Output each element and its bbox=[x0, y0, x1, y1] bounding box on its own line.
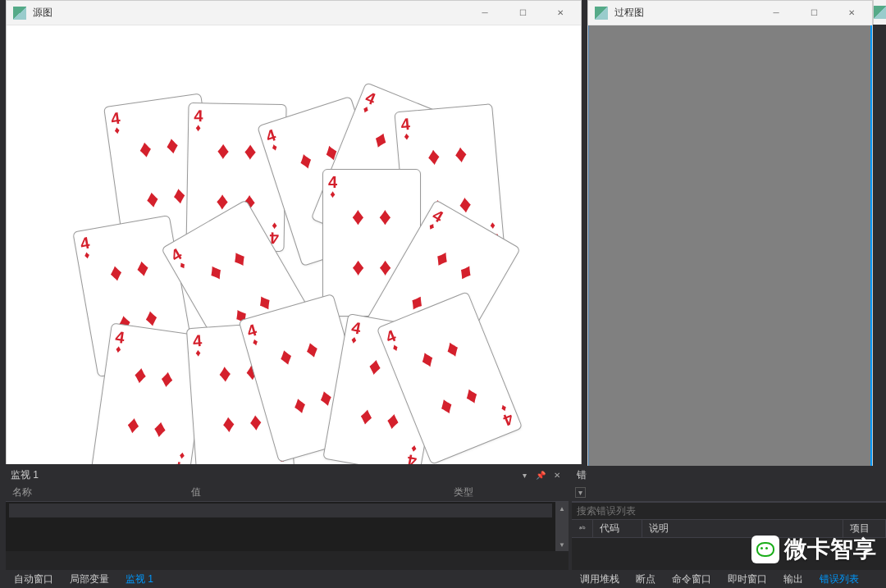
close-button[interactable]: ✕ bbox=[541, 2, 579, 25]
app-icon bbox=[595, 7, 608, 20]
third-window-sliver bbox=[873, 0, 886, 25]
error-grid-header: ᵃᵇ 代码 说明 项目 bbox=[572, 520, 886, 538]
pin-icon[interactable]: 📌 bbox=[534, 471, 547, 480]
window-title: 过程图 bbox=[614, 6, 757, 20]
app-icon bbox=[13, 7, 26, 20]
error-panel-header[interactable]: 错 bbox=[572, 466, 886, 484]
error-col-project[interactable]: 项目 bbox=[843, 520, 886, 537]
titlebar-source[interactable]: 源图 ─ ☐ ✕ bbox=[7, 1, 581, 25]
scroll-up-icon[interactable]: ▲ bbox=[555, 502, 569, 515]
error-search-input[interactable] bbox=[572, 505, 886, 517]
tab-commandwindow[interactable]: 命令窗口 bbox=[664, 570, 719, 588]
source-canvas: 4♦4♦♦♦♦♦4♦4♦♦♦♦♦4♦4♦♦♦♦♦4♦4♦♦♦♦♦4♦4♦♦♦♦♦… bbox=[7, 25, 581, 464]
error-col-desc[interactable]: 说明 bbox=[642, 520, 843, 537]
col-name[interactable]: 名称 bbox=[6, 485, 185, 499]
watch-panel-title: 监视 1 bbox=[11, 468, 39, 482]
dropdown-icon[interactable]: ▾ bbox=[518, 471, 531, 480]
error-filter-row: ▾ bbox=[572, 484, 886, 502]
watch-panel: 监视 1 ▾ 📌 ✕ 名称 值 类型 ▲ ▼ bbox=[6, 466, 569, 570]
tab-callstack[interactable]: 调用堆栈 bbox=[572, 570, 628, 588]
tab-immediate[interactable]: 即时窗口 bbox=[719, 570, 775, 588]
close-button[interactable]: ✕ bbox=[833, 2, 870, 25]
tab-autowindow[interactable]: 自动窗口 bbox=[6, 570, 62, 588]
process-canvas bbox=[588, 25, 872, 505]
col-type[interactable]: 类型 bbox=[447, 485, 569, 499]
tab-locals[interactable]: 局部变量 bbox=[62, 570, 117, 588]
process-image-window: 过程图 ─ ☐ ✕ bbox=[587, 0, 873, 505]
error-panel: 错 ▾ ᵃᵇ 代码 说明 项目 bbox=[572, 466, 886, 570]
tab-output[interactable]: 输出 bbox=[775, 570, 811, 588]
tab-watch1[interactable]: 监视 1 bbox=[117, 570, 162, 588]
maximize-button[interactable]: ☐ bbox=[504, 2, 541, 25]
minimize-button[interactable]: ─ bbox=[757, 2, 795, 25]
tab-errorlist[interactable]: 错误列表 bbox=[811, 570, 867, 588]
scroll-down-icon[interactable]: ▼ bbox=[555, 538, 569, 551]
error-col-icon[interactable]: ᵃᵇ bbox=[572, 520, 593, 537]
left-tab-strip: 自动窗口 局部变量 监视 1 bbox=[6, 570, 569, 588]
app-icon bbox=[874, 6, 886, 19]
scrollbar[interactable]: ▲ ▼ bbox=[555, 502, 569, 551]
error-search-row bbox=[572, 502, 886, 520]
watch-grid-body[interactable]: ▲ ▼ bbox=[6, 502, 569, 551]
error-panel-title: 错 bbox=[577, 468, 587, 482]
right-tab-strip: 调用堆栈 断点 命令窗口 即时窗口 输出 错误列表 bbox=[572, 570, 886, 588]
watch-input-row[interactable] bbox=[9, 504, 552, 517]
maximize-button[interactable]: ☐ bbox=[795, 2, 833, 25]
close-panel-icon[interactable]: ✕ bbox=[550, 471, 564, 480]
titlebar-process[interactable]: 过程图 ─ ☐ ✕ bbox=[588, 1, 872, 25]
minimize-button[interactable]: ─ bbox=[466, 2, 504, 25]
watch-panel-header[interactable]: 监视 1 ▾ 📌 ✕ bbox=[6, 466, 569, 484]
window-title: 源图 bbox=[33, 6, 466, 20]
col-value[interactable]: 值 bbox=[185, 485, 447, 499]
watch-grid-header: 名称 值 类型 bbox=[6, 484, 569, 502]
source-image-window: 源图 ─ ☐ ✕ 4♦4♦♦♦♦♦4♦4♦♦♦♦♦4♦4♦♦♦♦♦4♦4♦♦♦♦… bbox=[6, 0, 582, 464]
error-col-code[interactable]: 代码 bbox=[593, 520, 642, 537]
tab-breakpoints[interactable]: 断点 bbox=[628, 570, 664, 588]
filter-dropdown[interactable]: ▾ bbox=[575, 487, 586, 498]
